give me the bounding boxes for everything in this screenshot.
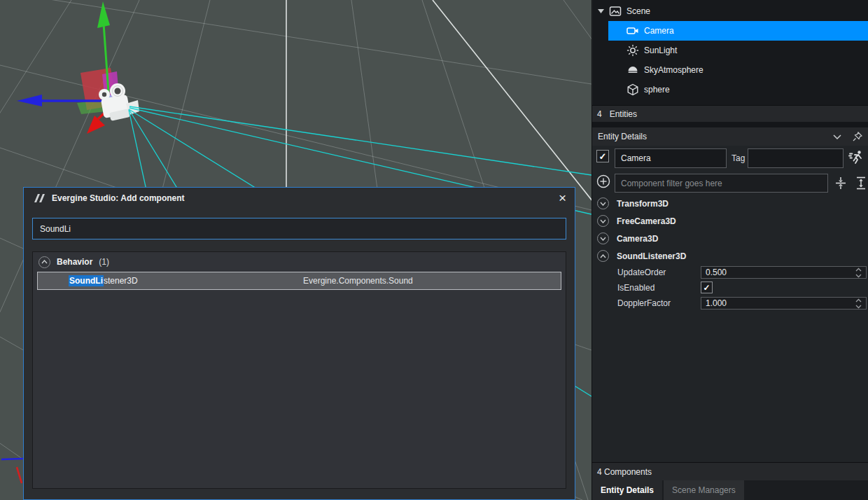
result-namespace: Evergine.Components.Sound <box>303 276 413 286</box>
checkmark: ✓ <box>703 283 710 293</box>
entity-details-title: Entity Details <box>598 132 647 141</box>
runtime-preview-icon[interactable] <box>848 149 865 166</box>
tab-label: Entity Details <box>601 485 654 495</box>
tree-item-scene[interactable]: Scene <box>593 1 868 21</box>
cube-icon <box>626 83 639 96</box>
component-filter-input[interactable] <box>615 174 828 193</box>
tree-item-skyatmosphere[interactable]: SkyAtmosphere <box>593 60 868 80</box>
spinner-icon[interactable] <box>855 298 862 309</box>
behavior-group-header[interactable]: Behavior (1) <box>33 252 566 272</box>
close-icon[interactable]: × <box>559 193 566 204</box>
panel-divider <box>592 122 868 127</box>
component-search-input[interactable] <box>32 218 566 239</box>
entity-details-body: ✓ Tag <box>592 146 868 461</box>
result-name-rest: stener3D <box>104 276 138 286</box>
group-count: (1) <box>99 257 109 267</box>
chevron-up-icon <box>597 250 609 262</box>
dialog-titlebar[interactable]: Evergine Studio: Add component × <box>24 188 575 209</box>
tab-scene-managers[interactable]: Scene Managers <box>664 480 744 500</box>
tag-label: Tag <box>732 153 745 163</box>
scene-hierarchy: Scene Camera SunLight SkyAtmosphe <box>593 0 868 105</box>
expander-triangle-icon[interactable] <box>598 9 604 13</box>
components-count: 4 Components <box>597 467 652 477</box>
tree-item-label: SkyAtmosphere <box>644 65 704 75</box>
entities-count: 4 <box>597 109 602 119</box>
property-row-dopplerfactor: DopplerFactor 1.000 <box>592 296 868 311</box>
tree-item-label: Scene <box>626 6 650 16</box>
sky-dome-icon <box>626 64 639 76</box>
property-row-updateorder: UpdateOrder 0.500 <box>592 265 868 280</box>
component-header-freecamera3d[interactable]: FreeCamera3D <box>592 212 868 230</box>
field-value: 0.500 <box>706 268 727 277</box>
tree-item-label: sphere <box>644 85 670 95</box>
chevron-up-icon <box>38 256 50 268</box>
bottom-tabbar: Entity Details Scene Managers <box>592 480 868 500</box>
component-header-camera3d[interactable]: Camera3D <box>592 230 868 247</box>
add-component-dialog: Evergine Studio: Add component × Behavio… <box>23 187 575 500</box>
tree-item-camera[interactable]: Camera <box>608 21 868 41</box>
chevron-down-icon <box>597 215 609 227</box>
entity-tag-input[interactable] <box>748 148 844 168</box>
camera-mesh <box>99 83 139 121</box>
components-count-bar: 4 Components <box>592 462 868 480</box>
tree-item-label: SunLight <box>644 46 677 55</box>
component-header-transform3d[interactable]: Transform3D <box>592 195 868 212</box>
field-value: 1.000 <box>706 298 727 308</box>
add-component-icon[interactable] <box>596 174 610 188</box>
entity-details-header[interactable]: Entity Details <box>592 127 868 146</box>
property-label: IsEnabled <box>592 283 654 293</box>
result-component-name: SoundListener3D <box>69 276 138 286</box>
search-match-highlight: SoundLi <box>69 275 104 286</box>
isenabled-checkbox[interactable]: ✓ <box>701 282 713 293</box>
component-results-list: Behavior (1) SoundListener3D Evergine.Co… <box>32 251 566 489</box>
tree-item-label: Camera <box>644 26 674 36</box>
camera-icon <box>626 25 639 37</box>
component-name: FreeCamera3D <box>617 216 676 226</box>
chevron-down-icon <box>597 197 609 209</box>
chevron-down-icon[interactable] <box>833 134 841 139</box>
component-result-row[interactable]: SoundListener3D Evergine.Components.Soun… <box>37 272 561 290</box>
component-header-soundlistener3d[interactable]: SoundListener3D <box>592 247 868 265</box>
updateorder-number-field[interactable]: 0.500 <box>701 266 867 279</box>
group-name: Behavior <box>57 257 92 267</box>
entity-enabled-checkbox[interactable]: ✓ <box>596 150 609 162</box>
chevron-down-icon <box>597 232 609 244</box>
entity-name-input[interactable] <box>615 148 727 168</box>
dialog-title: Evergine Studio: Add component <box>52 193 185 203</box>
component-name: Transform3D <box>617 199 668 209</box>
tree-item-sunlight[interactable]: SunLight <box>593 41 868 60</box>
checkmark: ✓ <box>599 151 607 162</box>
entities-count-bar: 4 Entities <box>592 105 868 122</box>
collapse-all-icon[interactable] <box>834 176 847 190</box>
sun-icon <box>626 44 639 57</box>
spinner-icon[interactable] <box>855 268 862 278</box>
dopplerfactor-number-field[interactable]: 1.000 <box>701 297 867 310</box>
tree-item-sphere[interactable]: sphere <box>593 80 868 99</box>
property-row-isenabled: IsEnabled ✓ <box>592 280 868 296</box>
expand-all-icon[interactable] <box>855 176 867 190</box>
tab-entity-details[interactable]: Entity Details <box>592 480 662 500</box>
tab-label: Scene Managers <box>672 485 736 495</box>
property-label: UpdateOrder <box>592 268 666 277</box>
entities-label: Entities <box>610 109 637 119</box>
component-name: SoundListener3D <box>617 251 686 261</box>
evergine-logo-icon <box>32 193 46 203</box>
right-panel: Scene Camera SunLight SkyAtmosphe <box>592 0 868 500</box>
component-name: Camera3D <box>617 234 658 244</box>
pin-icon[interactable] <box>853 132 862 141</box>
component-list: Transform3D FreeCamera3D Camera3D SoundL… <box>592 195 868 311</box>
scene-icon <box>609 5 622 18</box>
property-label: DopplerFactor <box>592 298 671 308</box>
